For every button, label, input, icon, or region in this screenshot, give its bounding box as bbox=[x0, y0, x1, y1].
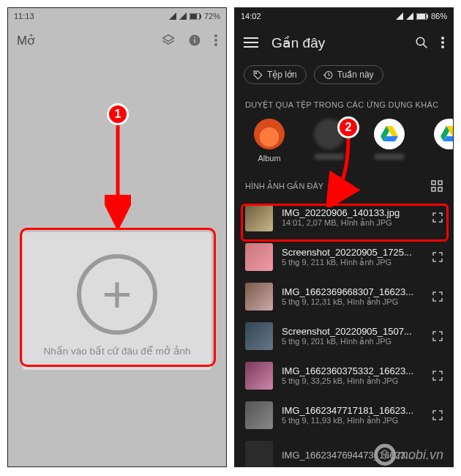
file-meta: 5 thg 9, 201 kB, Hình ảnh JPG bbox=[282, 337, 424, 346]
svg-rect-24 bbox=[432, 187, 435, 191]
app-drive-2[interactable] bbox=[430, 119, 453, 163]
svg-line-16 bbox=[423, 44, 427, 48]
tag-icon bbox=[253, 70, 263, 80]
chip-this-week[interactable]: Tuần này bbox=[314, 65, 383, 84]
file-name: IMG_1662347694473_16623... bbox=[282, 450, 443, 461]
layers-icon[interactable] bbox=[162, 34, 175, 47]
svg-rect-1 bbox=[190, 14, 197, 19]
album-icon bbox=[254, 119, 285, 149]
drive-icon bbox=[434, 119, 453, 149]
file-meta: 5 thg 9, 12,31 kB, Hình ảnh JPG bbox=[282, 297, 424, 307]
expand-icon[interactable] bbox=[432, 212, 443, 223]
status-time: 14:02 bbox=[241, 12, 261, 21]
app-album[interactable]: Album bbox=[250, 119, 289, 163]
add-image-card[interactable]: + Nhấn vào bất cứ đâu để mở ảnh bbox=[23, 232, 211, 370]
app-label-blur bbox=[375, 154, 404, 160]
app-icon-blur bbox=[314, 119, 345, 149]
toolbar: Mở bbox=[8, 24, 226, 56]
search-icon[interactable] bbox=[415, 36, 428, 49]
svg-point-18 bbox=[441, 41, 444, 44]
file-name: Screenshot_20220905_1725... bbox=[282, 247, 424, 258]
more-vert-icon[interactable] bbox=[214, 34, 217, 46]
file-thumbnail bbox=[245, 362, 273, 390]
open-area[interactable]: + Nhấn vào bất cứ đâu để mở ảnh bbox=[8, 56, 226, 466]
file-row[interactable]: IMG_20220906_140133.jpg 14:01, 2,07 MB, … bbox=[235, 198, 453, 237]
expand-icon[interactable] bbox=[432, 291, 443, 302]
file-row[interactable]: IMG_1662369668307_16623... 5 thg 9, 12,3… bbox=[235, 277, 453, 316]
file-thumbnail bbox=[245, 243, 273, 271]
svg-rect-23 bbox=[438, 181, 442, 185]
info-icon[interactable] bbox=[188, 34, 201, 47]
expand-icon[interactable] bbox=[432, 331, 443, 341]
more-vert-icon[interactable] bbox=[441, 37, 444, 48]
svg-rect-10 bbox=[417, 14, 425, 19]
status-battery: 72% bbox=[204, 12, 220, 21]
battery-icon bbox=[190, 13, 201, 20]
file-name: IMG_1662360375332_16623... bbox=[282, 365, 424, 376]
svg-point-15 bbox=[416, 37, 424, 45]
svg-point-20 bbox=[255, 72, 257, 73]
svg-point-6 bbox=[214, 34, 217, 37]
svg-point-19 bbox=[441, 45, 444, 48]
phone-left: 11:13 72% Mở + Nhấn vào bất cứ đâu để mở… bbox=[7, 7, 227, 467]
status-icons: 86% bbox=[396, 12, 447, 21]
status-icons: 72% bbox=[169, 12, 220, 21]
toolbar: Gần đây bbox=[235, 24, 453, 61]
expand-icon[interactable] bbox=[432, 252, 443, 262]
file-thumbnail bbox=[245, 204, 273, 231]
svg-rect-2 bbox=[200, 15, 201, 18]
file-meta: 5 thg 9, 211 kB, Hình ảnh JPG bbox=[282, 258, 424, 267]
file-thumbnail bbox=[245, 401, 273, 429]
svg-point-7 bbox=[214, 39, 217, 42]
menu-icon[interactable] bbox=[244, 37, 258, 48]
drive-icon bbox=[374, 119, 405, 149]
filter-chips: Tệp lớn Tuần này bbox=[235, 61, 453, 92]
file-name: IMG_1662369668307_16623... bbox=[282, 286, 424, 297]
app-drive[interactable] bbox=[370, 119, 409, 163]
file-name: Screenshot_20220905_1507... bbox=[282, 326, 424, 337]
file-thumbnail bbox=[245, 322, 273, 350]
battery-icon bbox=[416, 13, 428, 20]
expand-icon[interactable] bbox=[432, 371, 443, 381]
svg-rect-25 bbox=[438, 187, 442, 191]
chip-large-files[interactable]: Tệp lớn bbox=[244, 65, 307, 84]
file-name: IMG_1662347717181_16623... bbox=[282, 405, 424, 416]
file-row[interactable]: Screenshot_20220905_1725... 5 thg 9, 211… bbox=[235, 237, 453, 277]
grid-view-icon[interactable] bbox=[431, 180, 443, 192]
add-circle-icon: + bbox=[77, 254, 157, 335]
svg-point-8 bbox=[214, 43, 217, 46]
expand-icon[interactable] bbox=[432, 410, 443, 420]
status-bar: 14:02 86% bbox=[235, 8, 453, 24]
file-thumbnail bbox=[245, 283, 273, 310]
status-time: 11:13 bbox=[14, 12, 34, 21]
toolbar-title: Gần đây bbox=[271, 34, 402, 51]
svg-point-17 bbox=[441, 37, 444, 40]
file-row[interactable]: IMG_1662347694473_16623... bbox=[235, 435, 453, 467]
file-meta: 5 thg 9, 33,25 kB, Hình ảnh JPG bbox=[282, 376, 424, 386]
signal-icon bbox=[169, 12, 176, 20]
status-battery: 86% bbox=[431, 12, 447, 21]
file-name: IMG_20220906_140133.jpg bbox=[282, 207, 424, 218]
svg-rect-22 bbox=[432, 181, 435, 185]
app-blur-1[interactable] bbox=[310, 119, 349, 163]
phone-right: 14:02 86% Gần đây Tệp lớn Tuần này DUYỆT… bbox=[234, 7, 454, 467]
status-bar: 11:13 72% bbox=[8, 8, 226, 24]
add-hint-text: Nhấn vào bất cứ đâu để mở ảnh bbox=[43, 345, 190, 357]
file-meta: 5 thg 9, 11,93 kB, Hình ảnh JPG bbox=[282, 416, 424, 425]
app-label-blur bbox=[315, 154, 344, 160]
file-row[interactable]: IMG_1662347717181_16623... 5 thg 9, 11,9… bbox=[235, 395, 453, 435]
recent-header: HÌNH ẢNH GẦN ĐÂY bbox=[235, 170, 453, 198]
svg-rect-4 bbox=[194, 40, 195, 43]
recent-section-title: HÌNH ẢNH GẦN ĐÂY bbox=[245, 182, 323, 191]
svg-rect-11 bbox=[427, 15, 428, 18]
file-thumbnail bbox=[245, 441, 273, 467]
toolbar-title: Mở bbox=[17, 33, 34, 48]
signal-icon bbox=[179, 12, 187, 20]
history-icon bbox=[323, 70, 333, 80]
plus-icon: + bbox=[102, 269, 132, 320]
file-row[interactable]: Screenshot_20220905_1507... 5 thg 9, 201… bbox=[235, 316, 453, 356]
svg-point-5 bbox=[194, 37, 195, 38]
file-row[interactable]: IMG_1662360375332_16623... 5 thg 9, 33,2… bbox=[235, 356, 453, 395]
browse-section-title: DUYỆT QUA TỆP TRONG CÁC ỨNG DỤNG KHÁC bbox=[235, 92, 453, 116]
signal-icon bbox=[396, 12, 403, 20]
